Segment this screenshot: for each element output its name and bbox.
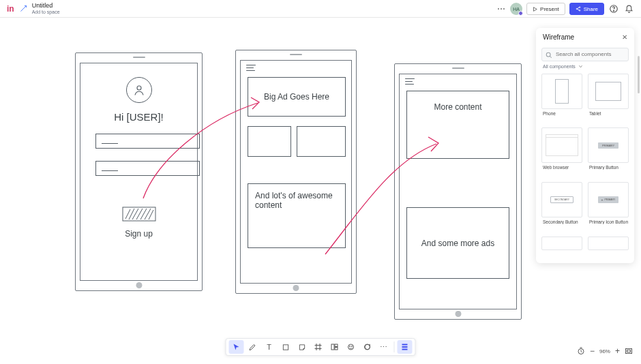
svg-point-16 <box>365 344 370 350</box>
component-primary-icon-button[interactable]: +PRIMARY Primary Icon Button <box>585 181 631 235</box>
svg-rect-22 <box>627 350 631 352</box>
components-tool[interactable] <box>398 340 413 354</box>
svg-rect-10 <box>331 344 334 350</box>
divider <box>394 342 395 352</box>
share-button[interactable]: Share <box>569 3 604 15</box>
svg-rect-18 <box>402 346 408 348</box>
panel-title: Wireframe <box>543 33 574 41</box>
content-box-small-1 <box>248 126 291 157</box>
svg-rect-11 <box>335 344 338 347</box>
svg-rect-17 <box>402 344 408 346</box>
ad-box: Big Ad Goes Here <box>248 77 346 117</box>
fit-icon[interactable] <box>625 347 633 355</box>
wireframe-phone-3[interactable]: More content And some more ads <box>394 63 522 320</box>
close-icon[interactable]: ✕ <box>622 33 627 41</box>
doc-title: Untitled <box>32 3 60 9</box>
text-tool[interactable]: T <box>262 340 277 354</box>
svg-rect-19 <box>402 349 408 350</box>
filter-dropdown[interactable]: All components <box>536 64 634 72</box>
sticky-tool[interactable] <box>295 340 310 354</box>
svg-point-13 <box>348 344 354 350</box>
components-panel[interactable]: Wireframe ✕ All components Phone Tablet <box>536 28 634 263</box>
more-content-label: More content <box>407 91 509 119</box>
home-button <box>455 311 461 317</box>
user-avatar-placeholder <box>126 77 152 103</box>
component-web-browser[interactable]: Web browser <box>539 126 585 181</box>
home-button <box>293 285 299 291</box>
comment-tool[interactable] <box>360 340 375 354</box>
signup-button-sketch <box>122 207 156 224</box>
present-label: Present <box>540 6 559 12</box>
more-icon[interactable]: ⋯ <box>497 4 506 14</box>
chevron-down-icon <box>578 64 583 69</box>
canvas[interactable]: Hi [USER]! Sign up Big Ad Goes Here And … <box>0 18 641 364</box>
user-avatar[interactable]: HA <box>510 3 522 15</box>
search-icon <box>546 49 552 61</box>
more-ads-label: And some more ads <box>421 239 494 248</box>
rectangle-tool[interactable] <box>278 340 293 354</box>
greeting-text: Hi [USER]! <box>80 111 197 123</box>
ad-label: Big Ad Goes Here <box>264 92 329 102</box>
present-button[interactable]: Present <box>526 3 565 15</box>
component-extra-1[interactable] <box>539 235 585 263</box>
component-secondary-button[interactable]: SECONDARY Secondary Button <box>539 181 585 235</box>
component-tablet[interactable]: Tablet <box>585 72 631 127</box>
bell-icon[interactable] <box>623 3 634 14</box>
wireframe-phone-1[interactable]: Hi [USER]! Sign up <box>75 52 203 291</box>
doc-subtitle[interactable]: Add to space <box>32 10 60 14</box>
component-label: Tablet <box>588 111 629 116</box>
input-field-1 <box>95 134 200 149</box>
component-label: Primary Icon Button <box>588 219 629 224</box>
svg-point-15 <box>352 346 353 347</box>
svg-point-14 <box>350 346 351 347</box>
home-button <box>136 282 142 288</box>
wireframe-phone-2[interactable]: Big Ad Goes Here And lot's of awesome co… <box>235 50 357 294</box>
search-input[interactable] <box>541 48 629 61</box>
share-label: Share <box>584 6 598 12</box>
panel-search[interactable] <box>541 46 629 61</box>
phone-speaker <box>452 67 464 69</box>
more-ads-box: And some more ads <box>406 207 509 279</box>
zoom-in-icon[interactable]: + <box>615 346 620 356</box>
component-label: Web browser <box>541 165 582 170</box>
component-label: Secondary Button <box>541 219 582 224</box>
bottom-toolbar[interactable]: T ⋯ <box>226 338 416 356</box>
component-label: Phone <box>541 111 582 116</box>
svg-marker-0 <box>533 7 537 11</box>
phone-screen: Big Ad Goes Here And lot's of awesome co… <box>240 60 352 284</box>
phone-screen: Hi [USER]! Sign up <box>80 63 198 281</box>
content-label: And lot's of awesome content <box>248 184 345 217</box>
zoom-value[interactable]: 96% <box>599 348 610 354</box>
component-primary-button[interactable]: PRIMARY Primary Button <box>585 126 631 181</box>
component-phone[interactable]: Phone <box>539 72 585 127</box>
phone-screen: More content And some more ads <box>399 74 517 309</box>
svg-rect-21 <box>626 349 632 354</box>
hamburger-icon <box>246 65 256 72</box>
timer-icon[interactable] <box>577 347 585 355</box>
input-field-2 <box>95 161 200 176</box>
zoom-out-icon[interactable]: − <box>590 346 595 356</box>
svg-point-5 <box>614 10 614 11</box>
doc-icon <box>20 5 28 13</box>
scrollbar[interactable] <box>638 56 640 93</box>
phone-speaker <box>290 54 302 55</box>
component-extra-2[interactable] <box>585 235 631 263</box>
phone-speaker <box>133 57 145 58</box>
svg-point-6 <box>137 86 141 90</box>
svg-rect-9 <box>283 344 288 349</box>
zoom-controls[interactable]: − 96% + <box>577 346 633 356</box>
signup-label: Sign up <box>80 229 197 239</box>
frame-tool[interactable] <box>311 340 326 354</box>
more-content-box: More content <box>406 91 509 159</box>
doc-title-block[interactable]: Untitled Add to space <box>32 3 60 14</box>
filter-label: All components <box>543 64 576 69</box>
pencil-tool[interactable] <box>245 340 260 354</box>
help-icon[interactable] <box>608 3 619 14</box>
app-logo[interactable]: in <box>7 4 14 14</box>
content-box-large: And lot's of awesome content <box>248 183 346 248</box>
stamp-tool[interactable] <box>344 340 359 354</box>
select-tool[interactable] <box>229 340 244 354</box>
more-tools[interactable]: ⋯ <box>376 340 391 354</box>
hamburger-icon <box>405 78 415 85</box>
template-tool[interactable] <box>327 340 342 354</box>
